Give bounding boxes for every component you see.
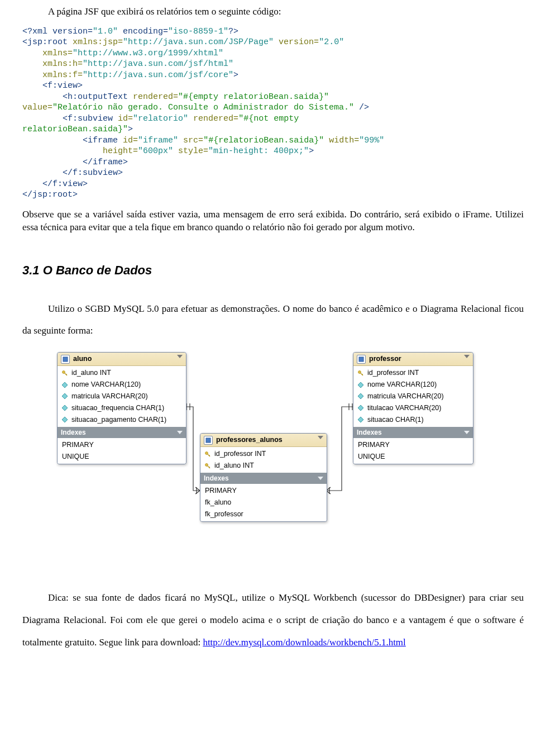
code-token: "1.0" [93,27,118,36]
code-token: "2.0" [319,37,344,47]
code-block: <?xml version="1.0" encoding="iso-8859-1… [22,26,524,201]
column-row: id_aluno INT [200,460,327,472]
observe-paragraph: Observe que se a variável saída estiver … [22,208,524,234]
table-professores-alunos: professores_alunos id_professor INT id_a… [200,433,327,521]
code-token: width= [329,136,359,145]
table-title: aluno [73,354,92,364]
index-row: PRIMARY [353,439,473,451]
column-row: situacao_pagamento CHAR(1) [58,414,186,426]
code-token: src= [183,136,203,145]
column-label: id_aluno INT [214,461,254,470]
table-aluno: aluno id_aluno INT nome VARCHAR(120) mat… [57,352,186,464]
table-title: professor [369,354,401,364]
table-header: aluno [58,353,186,366]
indexes-label: Indexes [61,428,86,437]
code-token: "#{empty relatorioBean.saida}" [178,92,329,102]
indexes-section: Indexes [353,427,473,438]
code-token: </jsp:root> [22,190,78,199]
code-token: "http://java.sun.com/JSP/Page" [123,37,274,47]
code-token: "http://java.sun.com/jsf/core" [83,70,233,80]
diamond-icon [357,405,364,412]
index-row: UNIQUE [353,451,473,463]
index-row: fk_aluno [200,497,327,508]
chevron-down-icon [464,355,470,358]
column-label: situacao_frequencia CHAR(1) [71,403,164,413]
code-token: rendered= [133,92,178,102]
code-token: xmlns= [42,49,73,58]
table-icon [204,436,213,445]
code-token: </iframe> [83,158,128,167]
column-label: titulacao VARCHAR(20) [367,403,441,413]
column-row: situacao CHAR(1) [353,414,473,426]
code-token: > [128,125,133,134]
chevron-down-icon [318,477,323,480]
indexes-label: Indexes [357,428,382,437]
code-token: ?> [228,27,238,36]
code-token: value= [22,103,52,112]
table-professor: professor id_professor INT nome VARCHAR(… [353,352,473,464]
column-row: id_professor INT [353,367,473,379]
code-token: <f:subview [63,114,113,123]
code-token: xmlns:f= [42,70,83,80]
column-label: matricula VARCHAR(20) [71,392,148,401]
indexes-section: Indexes [200,473,327,484]
svg-rect-2 [359,357,363,362]
column-label: nome VARCHAR(120) [71,380,141,389]
column-label: matricula VARCHAR(20) [367,392,444,401]
column-row: id_professor INT [200,448,327,460]
table-icon [357,355,366,364]
table-header: professor [353,353,473,366]
chevron-down-icon [318,436,323,439]
code-token: "relatorio" [133,114,188,123]
diamond-icon [61,405,68,412]
code-token: "http://www.w3.org/1999/xhtml" [73,49,223,58]
table-header: professores_alunos [200,434,327,447]
code-token: "iframe" [138,136,178,145]
column-label: situacao_pagamento CHAR(1) [71,415,166,425]
code-token: relatorioBean.saida}" [22,125,128,134]
code-token: <jsp:root [22,37,68,47]
code-token: xmlns:jsp= [73,37,123,47]
body-paragraph: Utilizo o SGBD MySQL 5.0 para efetuar as… [22,298,524,343]
code-token: <iframe [83,136,118,145]
index-row: PRIMARY [200,485,327,497]
code-token: "Relatório não gerado. Consulte o Admini… [52,103,354,112]
diamond-icon [357,393,364,400]
column-row: nome VARCHAR(120) [353,379,473,391]
svg-rect-4 [206,438,210,443]
code-token: height= [103,146,138,156]
column-row: nome VARCHAR(120) [58,379,186,391]
code-token: "#{relatorioBean.saida}" [203,136,324,145]
code-token: version= [279,37,319,47]
chevron-down-icon [177,431,183,434]
code-token: </f:view> [42,179,88,189]
column-label: id_aluno INT [71,368,111,378]
key-icon [204,450,211,458]
table-icon [61,355,70,364]
er-diagram: aluno id_aluno INT nome VARCHAR(120) mat… [57,352,481,576]
code-token: "99%" [359,136,384,145]
code-token: <h:outputText [63,92,128,102]
code-token: "min-height: 400px;" [208,146,309,156]
code-token: rendered= [193,114,238,123]
code-token: </f:subview> [63,168,123,178]
intro-paragraph: A página JSF que exibirá os relatórios t… [22,6,524,18]
code-token: encoding= [118,27,168,36]
code-token: <?xml version= [22,27,93,36]
download-link[interactable]: http://dev.mysql.com/downloads/workbench… [203,637,405,648]
diamond-icon [357,381,364,388]
code-token: "#{not empty [238,114,299,123]
chevron-down-icon [464,431,470,434]
diamond-icon [357,416,364,424]
code-token: style= [178,146,208,156]
indexes-section: Indexes [58,427,186,438]
key-icon [61,369,68,377]
diamond-icon [61,393,68,400]
column-label: nome VARCHAR(120) [367,380,437,389]
code-token: xmlns:h= [42,59,83,69]
key-icon [204,462,211,469]
code-token: "600px" [138,146,173,156]
code-token: <f:view> [42,81,83,91]
key-icon [357,369,364,377]
column-row: id_aluno INT [58,367,186,379]
